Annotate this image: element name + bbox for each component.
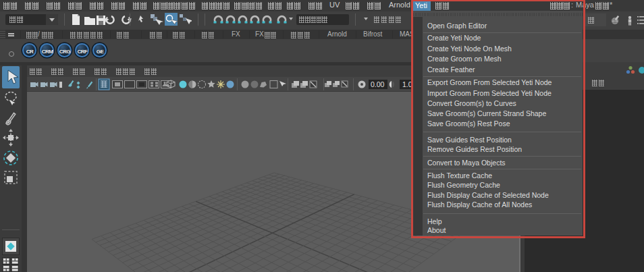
svg-text:0.00: 0.00 — [371, 80, 385, 88]
